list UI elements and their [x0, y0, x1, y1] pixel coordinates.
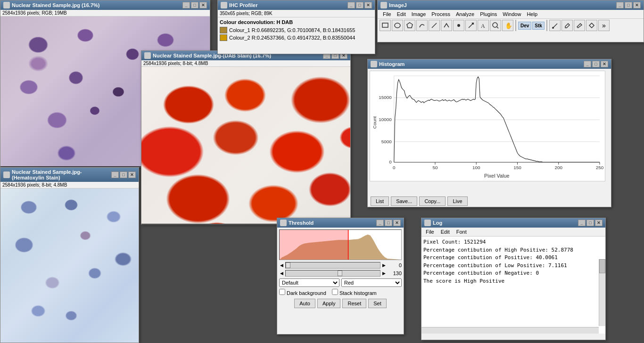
log-scrollbar[interactable] [599, 259, 605, 326]
imagej-window: ImageJ _ □ ✕ File Edit Image Process Ana… [377, 0, 644, 42]
menu-plugins[interactable]: Plugins [478, 11, 499, 17]
colour2-text: Colour_2 R:0.24537366, G:0.49147322, B:0… [229, 35, 355, 41]
maximize-btn[interactable]: □ [191, 2, 198, 8]
stack-hist-label[interactable]: Stack histogram [332, 289, 377, 296]
tool-text[interactable]: A [478, 20, 489, 31]
svg-point-5 [472, 23, 474, 24]
menu-help[interactable]: Help [524, 11, 540, 17]
log-body: Pixel Count: 1521294 Percentage contibut… [421, 237, 605, 334]
maximize-btn[interactable]: □ [356, 2, 363, 8]
maximize-btn[interactable]: □ [586, 220, 594, 226]
threshold-preview [279, 229, 402, 260]
minimize-btn[interactable]: _ [616, 2, 624, 8]
original-titlebar: Nuclear Stained Sample.jpg (16.7%) _ □ ✕ [0, 0, 210, 10]
tool-oval[interactable] [392, 20, 403, 31]
tool-hand[interactable]: ✋ [502, 20, 513, 31]
maximize-btn[interactable]: □ [592, 61, 600, 67]
maximize-btn[interactable]: □ [120, 172, 127, 178]
close-btn[interactable]: ✕ [364, 2, 372, 8]
tool-dropper[interactable] [574, 20, 585, 31]
menu-edit[interactable]: Edit [395, 11, 408, 17]
minimize-btn[interactable]: _ [347, 2, 355, 8]
slider1-left-arrow[interactable]: ◀ [279, 263, 284, 268]
menu-image[interactable]: Image [409, 11, 429, 17]
histogram-list-btn[interactable]: List [371, 196, 389, 206]
slider2-track[interactable] [285, 270, 380, 277]
menu-file[interactable]: File [380, 11, 394, 17]
btn-stk[interactable]: Stk [532, 22, 545, 30]
svg-text:100: 100 [472, 165, 480, 170]
close-btn[interactable]: ✕ [601, 61, 608, 67]
tool-pencil[interactable] [549, 20, 561, 31]
tool-double-arrow[interactable]: » [598, 20, 610, 31]
menu-window[interactable]: Window [500, 11, 523, 17]
histogram-copy-btn[interactable]: Copy... [419, 196, 446, 206]
close-btn[interactable]: ✕ [633, 2, 641, 8]
tool-freehand[interactable] [416, 20, 428, 31]
log-scrollbar-thumb[interactable] [599, 259, 605, 273]
minimize-btn[interactable]: _ [376, 220, 384, 226]
tool-brush[interactable] [561, 20, 573, 31]
slider2-right-arrow[interactable]: ▶ [381, 271, 387, 276]
close-btn[interactable]: ✕ [128, 172, 136, 178]
log-window: Log _ □ ✕ File Edit Font Pixel Count: 15… [421, 218, 606, 340]
svg-text:15000: 15000 [379, 95, 392, 100]
tool-angle[interactable] [441, 20, 452, 31]
log-hscrollbar[interactable] [421, 327, 599, 334]
svg-rect-37 [280, 230, 348, 260]
slider1-track[interactable] [285, 262, 380, 269]
threshold-action-buttons: Auto Apply Reset Set [279, 299, 402, 308]
tool-wand[interactable] [465, 20, 477, 31]
maximize-btn[interactable]: □ [385, 220, 392, 226]
color-select[interactable]: Red Black & White Over/Under [341, 278, 402, 287]
auto-button[interactable]: Auto [294, 299, 315, 308]
log-line-2: Percentage contibution of High Positive:… [423, 246, 597, 254]
slider2-left-arrow[interactable]: ◀ [279, 271, 284, 276]
title-icon [221, 2, 227, 8]
ihc-content: Colour deconvolution: H DAB Colour_1 R:0… [218, 17, 375, 44]
svg-line-3 [432, 23, 437, 28]
dark-bg-label[interactable]: Dark background [279, 289, 326, 296]
close-btn[interactable]: ✕ [393, 220, 401, 226]
title-icon [424, 220, 431, 226]
tool-point[interactable] [453, 20, 464, 31]
lut-select[interactable]: Default B&W Over/Under [279, 278, 339, 287]
log-menu-edit[interactable]: Edit [439, 229, 451, 235]
minimize-btn[interactable]: _ [578, 220, 586, 226]
tool-rectangle[interactable] [380, 20, 391, 31]
ihc-titlebar: IHC Profiler _ □ ✕ [218, 0, 375, 10]
tool-extra[interactable] [586, 20, 597, 31]
slider2-thumb[interactable] [338, 270, 342, 276]
minimize-btn[interactable]: _ [111, 172, 119, 178]
slider1-thumb[interactable] [286, 262, 290, 268]
slider1-right-arrow[interactable]: ▶ [381, 263, 387, 268]
title-icon [280, 220, 287, 226]
minimize-btn[interactable]: _ [584, 61, 591, 67]
set-button[interactable]: Set [368, 299, 387, 308]
log-menu-file[interactable]: File [424, 229, 436, 235]
close-btn[interactable]: ✕ [199, 2, 207, 8]
apply-button[interactable]: Apply [317, 299, 341, 308]
log-line-3: Percentage contibution of Positive: 40.0… [423, 254, 597, 262]
histogram-save-btn[interactable]: Save... [391, 196, 417, 206]
menu-analyze[interactable]: Analyze [454, 11, 477, 17]
threshold-title: Threshold [289, 220, 314, 226]
log-menu-font[interactable]: Font [455, 229, 468, 235]
svg-text:200: 200 [554, 165, 562, 170]
ihc-info: 350x65 pixels; RGB; 89K [218, 10, 375, 17]
tool-line[interactable] [429, 20, 440, 31]
reset-button[interactable]: Reset [342, 299, 366, 308]
svg-text:A: A [481, 23, 485, 29]
btn-dev[interactable]: Dev [518, 22, 531, 30]
histogram-live-btn[interactable]: Live [447, 196, 467, 206]
minimize-btn[interactable]: _ [182, 2, 190, 8]
stack-hist-checkbox[interactable] [332, 289, 338, 295]
menu-process[interactable]: Process [429, 11, 453, 17]
tool-polygon[interactable] [404, 20, 415, 31]
tool-zoom[interactable] [490, 20, 501, 31]
svg-text:Count: Count [372, 116, 377, 129]
close-btn[interactable]: ✕ [595, 220, 603, 226]
maximize-btn[interactable]: □ [625, 2, 632, 8]
dark-bg-checkbox[interactable] [279, 289, 285, 295]
title-icon [144, 52, 151, 59]
